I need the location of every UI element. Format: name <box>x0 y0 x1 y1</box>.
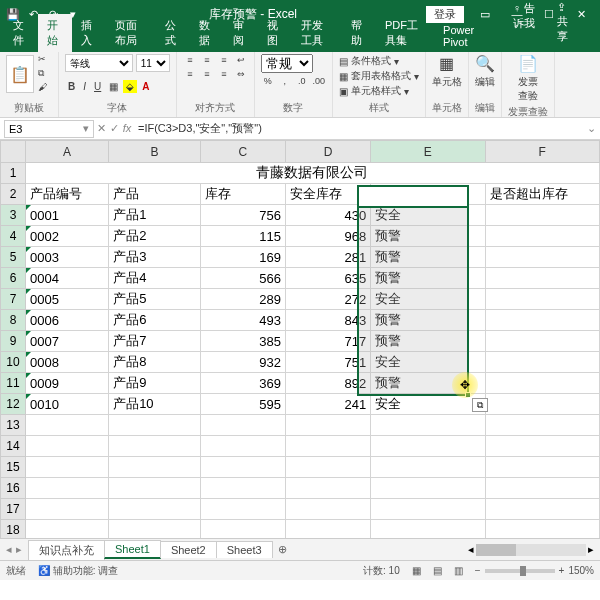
row-header[interactable]: 8 <box>1 310 26 331</box>
number-format-select[interactable]: 常规 <box>261 54 313 73</box>
new-sheet-button[interactable]: ⊕ <box>272 543 293 556</box>
underline-button[interactable]: U <box>91 80 104 93</box>
italic-button[interactable]: I <box>80 80 89 93</box>
zoom-level[interactable]: 150% <box>568 565 594 576</box>
cell[interactable] <box>285 415 370 436</box>
row-header[interactable]: 13 <box>1 415 26 436</box>
comma-icon[interactable]: , <box>278 75 292 87</box>
name-box[interactable]: E3 ▾ <box>4 120 94 138</box>
paste-button[interactable]: 📋 <box>6 55 34 93</box>
cell[interactable] <box>200 520 285 539</box>
align-right-icon[interactable]: ≡ <box>217 68 231 80</box>
zoom-slider[interactable] <box>485 569 555 573</box>
cell[interactable]: 安全 <box>371 289 485 310</box>
tab-home[interactable]: 开始 <box>38 14 72 52</box>
cell[interactable] <box>485 331 599 352</box>
conditional-format-button[interactable]: ▤ 条件格式 ▾ <box>339 54 419 68</box>
cell[interactable]: 产品6 <box>109 310 201 331</box>
cancel-formula-icon[interactable]: ✕ <box>97 122 106 135</box>
cell[interactable]: 0006 <box>25 310 108 331</box>
tell-me[interactable]: ♀ 告诉我 <box>504 0 549 48</box>
cell[interactable]: 预警 <box>371 310 485 331</box>
cell[interactable]: 892 <box>285 373 370 394</box>
cell[interactable] <box>485 520 599 539</box>
align-center-icon[interactable]: ≡ <box>200 68 214 80</box>
view-pagelayout-icon[interactable]: ▤ <box>433 565 442 576</box>
align-top-icon[interactable]: ≡ <box>183 54 197 66</box>
cell[interactable]: 产品编号 <box>25 184 108 205</box>
cell[interactable]: 产品9 <box>109 373 201 394</box>
cell[interactable]: 595 <box>200 394 285 415</box>
font-size-select[interactable]: 11 <box>136 54 170 72</box>
column-header[interactable]: A <box>25 141 108 163</box>
row-header[interactable]: 3 <box>1 205 26 226</box>
fx-icon[interactable]: fx <box>123 122 132 135</box>
cell[interactable] <box>485 415 599 436</box>
inc-decimal-icon[interactable]: .0 <box>295 75 309 87</box>
cell[interactable]: 0001 <box>25 205 108 226</box>
cell[interactable]: 产品1 <box>109 205 201 226</box>
cell[interactable] <box>200 499 285 520</box>
expand-formula-icon[interactable]: ⌄ <box>583 122 600 135</box>
row-header[interactable]: 7 <box>1 289 26 310</box>
tab-scroll-right-icon[interactable]: ▸ <box>16 543 22 556</box>
cell[interactable]: 产品3 <box>109 247 201 268</box>
view-normal-icon[interactable]: ▦ <box>412 565 421 576</box>
cells-icon[interactable]: ▦ <box>439 54 454 73</box>
tab-view[interactable]: 视图 <box>258 14 292 52</box>
cell[interactable]: 安全 <box>371 394 485 415</box>
cell[interactable]: 115 <box>200 226 285 247</box>
hscroll-left-icon[interactable]: ◂ <box>468 543 474 556</box>
cell[interactable] <box>285 478 370 499</box>
editing-icon[interactable]: 🔍 <box>475 54 495 73</box>
cell[interactable] <box>109 478 201 499</box>
sheet-tab[interactable]: 知识点补充 <box>28 540 105 560</box>
cell[interactable]: 是否超出库存 <box>485 184 599 205</box>
cell[interactable] <box>25 436 108 457</box>
cell[interactable] <box>285 457 370 478</box>
column-header[interactable]: E <box>371 141 485 163</box>
cell[interactable]: 预警 <box>371 268 485 289</box>
cell[interactable] <box>285 520 370 539</box>
cell[interactable] <box>485 499 599 520</box>
dec-decimal-icon[interactable]: .00 <box>312 75 326 87</box>
row-header[interactable]: 17 <box>1 499 26 520</box>
cell[interactable] <box>485 352 599 373</box>
cell[interactable]: 安全库存 <box>285 184 370 205</box>
status-accessibility[interactable]: ♿ 辅助功能: 调查 <box>38 564 118 578</box>
cell[interactable]: 库存 <box>200 184 285 205</box>
cell[interactable] <box>285 436 370 457</box>
row-header[interactable]: 12 <box>1 394 26 415</box>
cell[interactable]: 0005 <box>25 289 108 310</box>
cell[interactable] <box>485 268 599 289</box>
cell[interactable]: 0007 <box>25 331 108 352</box>
cell[interactable]: 产品2 <box>109 226 201 247</box>
cell[interactable]: 241 <box>285 394 370 415</box>
cell[interactable] <box>485 373 599 394</box>
row-header[interactable]: 1 <box>1 163 26 184</box>
cell[interactable] <box>485 310 599 331</box>
row-header[interactable]: 18 <box>1 520 26 539</box>
cell[interactable]: 安全 <box>371 205 485 226</box>
align-mid-icon[interactable]: ≡ <box>200 54 214 66</box>
cell[interactable] <box>200 436 285 457</box>
table-format-button[interactable]: ▦ 套用表格格式 ▾ <box>339 69 419 83</box>
row-header[interactable]: 2 <box>1 184 26 205</box>
cell[interactable] <box>371 415 485 436</box>
tab-review[interactable]: 审阅 <box>224 14 258 52</box>
horizontal-scrollbar[interactable] <box>476 544 586 556</box>
column-header[interactable]: C <box>200 141 285 163</box>
cell[interactable]: 566 <box>200 268 285 289</box>
cell[interactable] <box>485 436 599 457</box>
bold-button[interactable]: B <box>65 80 78 93</box>
cell[interactable] <box>485 226 599 247</box>
cell[interactable] <box>25 457 108 478</box>
cell[interactable]: 预警 <box>371 226 485 247</box>
cell[interactable] <box>371 478 485 499</box>
cell[interactable]: 产品5 <box>109 289 201 310</box>
row-header[interactable]: 16 <box>1 478 26 499</box>
cut-icon[interactable]: ✂ <box>38 54 52 66</box>
invoice-icon[interactable]: 📄 <box>518 54 538 73</box>
font-name-select[interactable]: 等线 <box>65 54 133 72</box>
cell[interactable]: 968 <box>285 226 370 247</box>
